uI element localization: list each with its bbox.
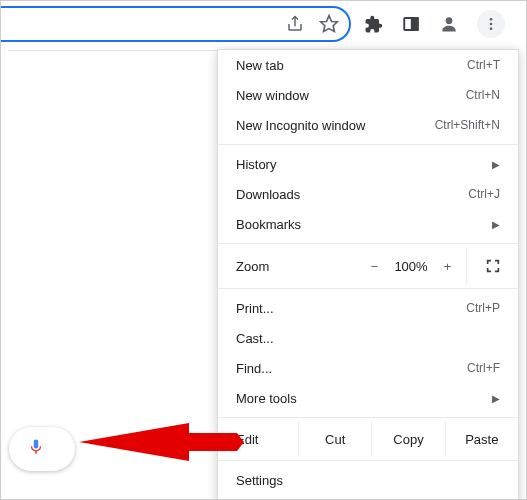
svg-point-6: [490, 27, 493, 30]
menu-item-label: Bookmarks: [236, 217, 301, 232]
menu-separator: [218, 288, 518, 289]
svg-point-3: [446, 17, 453, 24]
menu-item-accel: Ctrl+F: [467, 361, 500, 375]
menu-item-label: More tools: [236, 391, 297, 406]
menu-item-settings[interactable]: Settings: [218, 465, 518, 495]
edit-label: Edit: [218, 422, 298, 456]
menu-item-label: New tab: [236, 58, 284, 73]
edit-cut-button[interactable]: Cut: [298, 422, 371, 456]
chevron-right-icon: ▶: [492, 219, 500, 230]
menu-item-downloads[interactable]: Downloads Ctrl+J: [218, 179, 518, 209]
svg-rect-2: [412, 18, 418, 30]
menu-item-find[interactable]: Find... Ctrl+F: [218, 353, 518, 383]
menu-item-label: Downloads: [236, 187, 300, 202]
menu-separator: [218, 460, 518, 461]
menu-item-bookmarks[interactable]: Bookmarks ▶: [218, 209, 518, 239]
menu-item-label: New window: [236, 88, 309, 103]
menu-item-more-tools[interactable]: More tools ▶: [218, 383, 518, 413]
page-content: [8, 50, 217, 490]
puzzle-icon[interactable]: [363, 14, 383, 34]
voice-search-button[interactable]: [9, 427, 75, 471]
omnibox[interactable]: [1, 6, 351, 42]
menu-item-help[interactable]: Help ▶: [218, 495, 518, 500]
menu-item-label: New Incognito window: [236, 118, 365, 133]
kebab-menu-button[interactable]: [477, 10, 505, 38]
chevron-right-icon: ▶: [492, 393, 500, 404]
star-icon[interactable]: [319, 14, 339, 34]
menu-item-print[interactable]: Print... Ctrl+P: [218, 293, 518, 323]
menu-item-cast[interactable]: Cast...: [218, 323, 518, 353]
zoom-value: 100%: [394, 259, 427, 274]
share-icon[interactable]: [285, 14, 305, 34]
menu-item-new-incognito[interactable]: New Incognito window Ctrl+Shift+N: [218, 110, 518, 140]
toolbar-actions: [363, 6, 505, 42]
menu-item-accel: Ctrl+P: [466, 301, 500, 315]
chevron-right-icon: ▶: [492, 159, 500, 170]
menu-item-label: Cast...: [236, 331, 274, 346]
menu-item-accel: Ctrl+T: [467, 58, 500, 72]
menu-item-history[interactable]: History ▶: [218, 149, 518, 179]
menu-item-new-window[interactable]: New window Ctrl+N: [218, 80, 518, 110]
zoom-out-button[interactable]: −: [371, 259, 379, 274]
menu-item-edit-row: Edit Cut Copy Paste: [218, 422, 518, 456]
svg-point-4: [490, 18, 493, 21]
zoom-in-button[interactable]: +: [444, 259, 452, 274]
menu-item-label: Print...: [236, 301, 274, 316]
menu-item-accel: Ctrl+Shift+N: [435, 118, 500, 132]
main-menu: New tab Ctrl+T New window Ctrl+N New Inc…: [217, 49, 519, 500]
menu-item-zoom: Zoom − 100% +: [218, 248, 518, 284]
profile-icon[interactable]: [439, 14, 459, 34]
menu-item-new-tab[interactable]: New tab Ctrl+T: [218, 50, 518, 80]
svg-point-5: [490, 23, 493, 26]
menu-item-accel: Ctrl+J: [468, 187, 500, 201]
edit-paste-button[interactable]: Paste: [445, 422, 518, 456]
fullscreen-button[interactable]: [466, 248, 518, 284]
menu-separator: [218, 417, 518, 418]
menu-item-label: Settings: [236, 473, 283, 488]
microphone-icon: [27, 436, 45, 462]
menu-separator: [218, 144, 518, 145]
edit-copy-button[interactable]: Copy: [371, 422, 444, 456]
menu-item-label: History: [236, 157, 276, 172]
zoom-label: Zoom: [236, 259, 356, 274]
panel-icon[interactable]: [401, 14, 421, 34]
menu-item-label: Find...: [236, 361, 272, 376]
menu-separator: [218, 243, 518, 244]
svg-marker-0: [321, 16, 338, 32]
menu-item-accel: Ctrl+N: [466, 88, 500, 102]
